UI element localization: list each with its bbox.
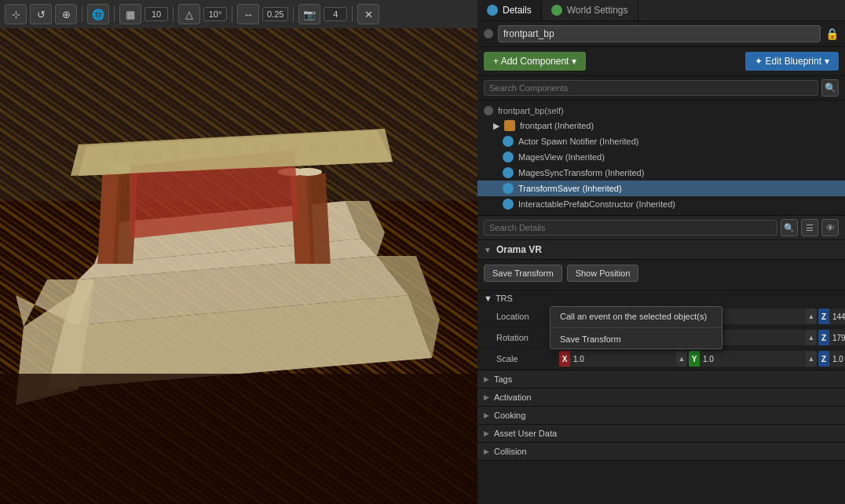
rotation-z-field: Z ▲	[818, 330, 845, 345]
collision-label: Collision	[494, 447, 527, 456]
scale-btn[interactable]: ↔	[237, 4, 259, 24]
close-viewport-btn[interactable]: ✕	[357, 4, 379, 24]
edit-blueprint-label: ✦ Edit Blueprint	[755, 56, 821, 67]
self-item: frontpart_bp(self)	[477, 104, 845, 118]
grid-view-btn[interactable]: ▦	[119, 4, 141, 24]
divider1	[82, 6, 82, 22]
scale-z-label: Z	[818, 351, 829, 367]
cooking-arrow: ▶	[484, 411, 489, 419]
activation-label: Activation	[494, 393, 532, 402]
camera-btn[interactable]: ⊕	[55, 4, 77, 24]
tab-bar: Details World Settings	[477, 0, 845, 21]
component-tree: frontpart_bp(self) ▶ frontpart (Inherite…	[477, 100, 845, 216]
save-transform-button[interactable]: Save Transform	[484, 265, 562, 282]
frontpart-icon	[504, 120, 515, 131]
cooking-category[interactable]: ▶ Cooking	[477, 407, 845, 425]
details-search-input[interactable]	[484, 220, 777, 236]
actor-spawn-label: Actor Spawn Notifier (Inherited)	[518, 137, 638, 146]
3d-scene	[0, 28, 477, 504]
self-item-label: frontpart_bp(self)	[498, 106, 564, 115]
tree-item-actor-spawn[interactable]: Actor Spawn Notifier (Inherited)	[477, 133, 845, 149]
tab-world-settings[interactable]: World Settings	[542, 0, 638, 20]
details-search-row: 🔍 ☰ 👁	[477, 216, 845, 240]
transform-saver-icon	[503, 183, 514, 194]
snap-num[interactable]: 0.25	[262, 7, 288, 21]
tree-item-frontpart[interactable]: ▶ frontpart (Inherited)	[477, 118, 845, 133]
scale-y-spinner[interactable]: ▲	[806, 351, 817, 367]
context-menu-item-save-transform[interactable]: Save Transform	[551, 330, 722, 349]
asset-user-data-label: Asset User Data	[494, 429, 557, 438]
rotation-z-label: Z	[818, 330, 829, 345]
edit-blueprint-button[interactable]: ✦ Edit Blueprint ▾	[745, 52, 839, 71]
angle-num[interactable]: 10°	[203, 7, 227, 21]
frontpart-label: frontpart (Inherited)	[520, 121, 594, 130]
viewport-toolbar: ⊹ ↺ ⊕ 🌐 ▦ 10 △ 10° ↔ 0.25 📷 4 ✕	[0, 0, 477, 28]
divider6	[352, 6, 353, 22]
orama-vr-content: Save Transform Show Position	[477, 260, 845, 290]
scale-y-field: Y ▲	[689, 351, 817, 367]
snap-to-grid-btn[interactable]: ↺	[30, 4, 52, 24]
component-name-input[interactable]	[498, 25, 821, 42]
search-components-row: 🔍	[477, 76, 845, 100]
rotation-z-input[interactable]	[829, 330, 845, 345]
lock-icon[interactable]: 🔒	[825, 27, 839, 40]
orama-vr-buttons: Save Transform Show Position	[484, 265, 839, 282]
viewport[interactable]: ⊹ ↺ ⊕ 🌐 ▦ 10 △ 10° ↔ 0.25 📷 4 ✕	[0, 0, 477, 504]
transform-btn[interactable]: △	[178, 4, 200, 24]
scale-x-label: X	[559, 351, 570, 367]
location-y-spinner[interactable]: ▲	[806, 309, 817, 324]
grid-num[interactable]: 10	[144, 7, 168, 21]
tree-item-interactable-prefab[interactable]: InteractablePrefabConstructor (Inherited…	[477, 196, 845, 212]
asset-user-data-arrow: ▶	[484, 429, 489, 437]
divider4	[232, 6, 232, 22]
details-list-view-btn[interactable]: ☰	[801, 219, 818, 236]
search-components-input[interactable]	[484, 80, 818, 96]
trs-header[interactable]: ▼ TRS	[477, 290, 845, 306]
mages-sync-label: MagesSyncTransform (Inherited)	[518, 168, 644, 177]
scale-x-field: X ▲	[559, 351, 687, 367]
tab-details[interactable]: Details	[477, 0, 542, 20]
details-panel: 🔍 ☰ 👁 ▼ Orama VR Save Transform Show Pos…	[477, 216, 845, 504]
scale-label: Scale	[496, 354, 559, 363]
divider3	[173, 6, 174, 22]
scale-x-spinner[interactable]: ▲	[676, 351, 687, 367]
asset-user-data-category[interactable]: ▶ Asset User Data	[477, 425, 845, 443]
actor-spawn-icon	[503, 136, 514, 147]
camera-num[interactable]: 4	[324, 7, 347, 21]
trs-label: TRS	[496, 294, 513, 303]
tree-item-mages-view[interactable]: MagesView (Inherited)	[477, 149, 845, 165]
camera-icon-btn[interactable]: 📷	[298, 4, 320, 24]
tags-category[interactable]: ▶ Tags	[477, 371, 845, 389]
activation-category[interactable]: ▶ Activation	[477, 389, 845, 407]
show-position-button[interactable]: Show Position	[567, 265, 639, 282]
search-components-button[interactable]: 🔍	[821, 79, 839, 97]
grid-btn[interactable]: 🌐	[87, 4, 109, 24]
tree-item-mages-sync[interactable]: MagesSyncTransform (Inherited)	[477, 165, 845, 181]
orama-vr-section-header[interactable]: ▼ Orama VR	[477, 240, 845, 260]
interactable-prefab-icon	[503, 199, 514, 210]
scale-y-input[interactable]	[700, 351, 806, 367]
svg-point-19	[294, 168, 322, 176]
self-indicator	[484, 106, 493, 115]
collision-arrow: ▶	[484, 447, 489, 455]
details-tab-icon	[487, 5, 498, 16]
details-search-btn[interactable]: 🔍	[781, 219, 798, 236]
tags-arrow: ▶	[484, 375, 489, 383]
rotation-y-spinner[interactable]: ▲	[806, 330, 817, 345]
location-z-input[interactable]	[829, 309, 845, 324]
mages-view-label: MagesView (Inherited)	[518, 152, 605, 162]
scale-z-input[interactable]	[829, 351, 845, 367]
details-eye-btn[interactable]: 👁	[821, 219, 839, 236]
world-settings-tab-icon	[551, 5, 562, 16]
add-component-arrow: ▾	[572, 56, 576, 67]
select-mode-btn[interactable]: ⊹	[5, 4, 27, 24]
tree-item-transform-saver[interactable]: TransformSaver (Inherited)	[477, 181, 845, 196]
component-name-row: 🔒	[477, 21, 845, 47]
scale-x-input[interactable]	[570, 351, 676, 367]
context-menu-item-call-event[interactable]: Call an event on the selected object(s)	[551, 307, 722, 326]
transform-saver-label: TransformSaver (Inherited)	[518, 184, 622, 193]
collision-category[interactable]: ▶ Collision	[477, 443, 845, 461]
mages-sync-icon	[503, 167, 514, 178]
component-indicator	[484, 29, 493, 38]
add-component-button[interactable]: + Add Component ▾	[484, 52, 586, 71]
